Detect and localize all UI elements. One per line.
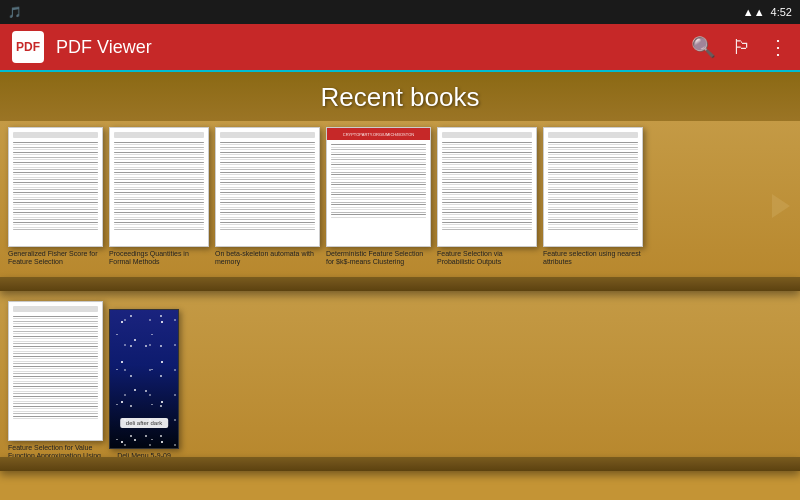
more-options-icon[interactable]: ⋮	[768, 35, 788, 59]
list-item[interactable]: Feature selection using nearest attribut…	[543, 127, 643, 267]
app-bar: PDF PDF Viewer 🔍 🏳 ⋮	[0, 24, 800, 72]
books-row-1: Generalized Fisher Score for Feature Sel…	[0, 121, 800, 281]
list-item[interactable]: CRYPTOPARTY.ORG/UMICH/BOSTON	[326, 127, 431, 267]
list-item[interactable]: Generalized Fisher Score for Feature Sel…	[8, 127, 103, 267]
list-item[interactable]: Feature Selection via Probabilistic Outp…	[437, 127, 537, 267]
shelf-row-2: Feature Selection for Value Function App…	[0, 291, 800, 471]
books-row-2: Feature Selection for Value Function App…	[0, 291, 800, 475]
list-item[interactable]: deli after dark Deli Menu 5-9-09	[109, 309, 179, 460]
book-title: Generalized Fisher Score for Feature Sel…	[8, 250, 103, 267]
folder-icon[interactable]: 🏳	[732, 36, 752, 59]
notification-icon: 🎵	[8, 6, 22, 19]
shelf-title: Recent books	[0, 72, 800, 121]
bookshelf: Recent books	[0, 72, 800, 500]
wifi-icon: ▲▲	[743, 6, 765, 18]
list-item[interactable]: Feature Selection for Value Function App…	[8, 301, 103, 461]
shelf-row-1: Generalized Fisher Score for Feature Sel…	[0, 121, 800, 291]
app-title: PDF Viewer	[56, 37, 679, 58]
status-right: ▲▲ 4:52	[743, 6, 792, 18]
book-dark-subtitle: deli after dark	[120, 418, 168, 428]
status-bar: 🎵 ▲▲ 4:52	[0, 0, 800, 24]
book-title: Deterministic Feature Selection for $k$-…	[326, 250, 431, 267]
search-icon[interactable]: 🔍	[691, 35, 716, 59]
toolbar-icons: 🔍 🏳 ⋮	[691, 35, 788, 59]
list-item[interactable]: On beta-skeleton automata with memory	[215, 127, 320, 267]
status-left: 🎵	[8, 6, 22, 19]
book-banner: CRYPTOPARTY.ORG/UMICH/BOSTON	[327, 128, 430, 140]
app-logo: PDF	[12, 31, 44, 63]
book-title: On beta-skeleton automata with memory	[215, 250, 320, 267]
list-item[interactable]: Proceedings Quantities in Formal Methods	[109, 127, 209, 267]
book-title: Feature selection using nearest attribut…	[543, 250, 643, 267]
shelf-surface-1	[0, 277, 800, 291]
time-display: 4:52	[771, 6, 792, 18]
shelf-surface-2	[0, 457, 800, 471]
book-title: Proceedings Quantities in Formal Methods	[109, 250, 209, 267]
book-title: Feature Selection via Probabilistic Outp…	[437, 250, 537, 267]
